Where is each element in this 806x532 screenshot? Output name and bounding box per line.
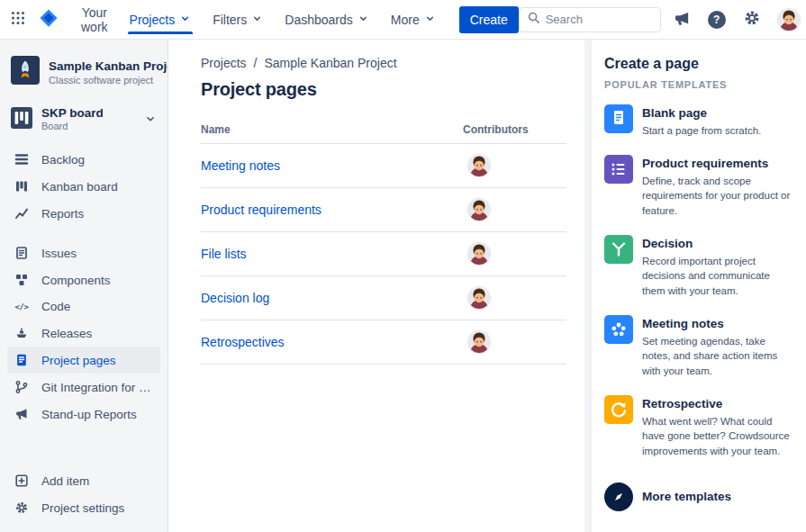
sidebar-item-git-integration[interactable]: Git Integration for Jira ... <box>7 374 160 401</box>
settings-button[interactable] <box>738 5 765 34</box>
meeting-notes-icon <box>604 315 633 344</box>
project-type: Classic software project <box>49 75 157 86</box>
page-link[interactable]: Retrospectives <box>201 335 285 349</box>
search-box[interactable] <box>519 7 661 32</box>
sidebar-item-reports[interactable]: Reports <box>7 200 160 227</box>
more-templates-button[interactable]: More templates <box>604 482 731 511</box>
breadcrumb-projects[interactable]: Projects <box>201 56 247 70</box>
contributor-avatar <box>468 287 490 309</box>
template-description: Set meeting agendas, take notes, and sha… <box>642 334 795 379</box>
page-link[interactable]: File lists <box>201 247 247 261</box>
nav-more-label: More <box>391 13 420 27</box>
scrollbar-gutter[interactable] <box>584 40 592 532</box>
template-meeting-notes[interactable]: Meeting notes Set meeting agendas, take … <box>604 315 795 379</box>
template-name: Retrospective <box>642 395 795 410</box>
app-switcher-icon <box>10 10 26 29</box>
sidebar-item-label: Add item <box>41 474 89 488</box>
contributors-cell <box>463 243 566 265</box>
sidebar-item-label: Releases <box>41 327 92 340</box>
compass-icon <box>604 482 633 511</box>
sidebar-item-label: Project pages <box>41 354 116 367</box>
page-link[interactable]: Meeting notes <box>201 158 280 173</box>
sidebar-group-footer: Add item Project settings <box>7 467 160 521</box>
ship-icon <box>14 326 29 340</box>
breadcrumb-project-name[interactable]: Sample Kanban Project <box>264 56 396 70</box>
panel-title: Create a page <box>604 56 795 72</box>
nav-dashboards[interactable]: Dashboards <box>274 5 380 34</box>
contributor-avatar <box>468 331 490 353</box>
jira-logo[interactable] <box>34 4 63 35</box>
gear-icon <box>14 500 29 515</box>
contributor-avatar <box>468 155 490 176</box>
sidebar-item-label: Components <box>41 274 111 287</box>
megaphone-icon <box>674 10 691 30</box>
nav-projects[interactable]: Projects <box>119 5 203 34</box>
board-meta: SKP board Board <box>41 106 135 131</box>
template-blank-page[interactable]: Blank page Start a page from scratch. <box>604 104 795 139</box>
main-content: Projects / Sample Kanban Project Project… <box>168 40 584 532</box>
pages-table: Name Contributors Meeting notes Product … <box>201 123 566 365</box>
decision-icon <box>604 235 633 264</box>
sidebar-item-project-settings[interactable]: Project settings <box>7 494 160 521</box>
nav-filters[interactable]: Filters <box>202 5 274 34</box>
kanban-icon <box>14 179 29 194</box>
project-meta: Sample Kanban Project Classic software p… <box>49 59 157 86</box>
profile-button[interactable] <box>774 5 804 35</box>
board-switcher[interactable]: SKP board Board <box>7 103 160 135</box>
breadcrumb: Projects / Sample Kanban Project <box>201 56 566 70</box>
contributors-cell <box>463 199 566 221</box>
create-page-panel: Create a page POPULAR TEMPLATES Blank pa… <box>592 40 806 532</box>
app-switcher-button[interactable] <box>5 5 31 33</box>
sidebar-item-backlog[interactable]: Backlog <box>7 146 160 173</box>
announcements-button[interactable] <box>669 5 695 34</box>
sidebar-item-label: Reports <box>41 207 84 221</box>
template-name: Decision <box>642 235 795 250</box>
sidebar-group-project: Issues Components </> Code Releases Proj… <box>7 239 160 428</box>
sidebar-item-standup-reports[interactable]: Stand-up Reports <box>7 401 160 428</box>
help-button[interactable]: ? <box>703 6 730 33</box>
template-name: Blank page <box>642 104 761 120</box>
chevron-down-icon <box>424 13 436 27</box>
jira-app: Your work Projects Filters Dashboards Mo… <box>0 0 806 532</box>
sidebar-item-releases[interactable]: Releases <box>7 320 160 347</box>
template-body: Meeting notes Set meeting agendas, take … <box>642 315 795 379</box>
board-type: Board <box>41 121 135 131</box>
sidebar-item-label: Issues <box>41 247 77 260</box>
contributor-avatar <box>468 243 490 265</box>
sidebar-item-kanban-board[interactable]: Kanban board <box>7 173 160 200</box>
create-button[interactable]: Create <box>459 6 519 33</box>
template-body: Retrospective What went well? What could… <box>642 395 795 459</box>
template-name: Meeting notes <box>642 315 795 330</box>
page-link[interactable]: Decision log <box>201 291 269 305</box>
template-retrospective[interactable]: Retrospective What went well? What could… <box>604 395 795 459</box>
sidebar-item-label: Kanban board <box>41 180 118 194</box>
sidebar-item-add-item[interactable]: Add item <box>7 467 160 494</box>
contributors-cell <box>463 287 566 309</box>
retrospective-icon <box>604 395 633 424</box>
template-body: Blank page Start a page from scratch. <box>642 104 761 139</box>
template-product-requirements[interactable]: Product requirements Define, track and s… <box>604 155 795 219</box>
template-description: Define, track and scope requirements for… <box>642 174 795 219</box>
sidebar-item-code[interactable]: </> Code <box>7 293 160 320</box>
sidebar-item-project-pages[interactable]: Project pages <box>7 347 160 374</box>
project-header: Sample Kanban Project Classic software p… <box>7 56 160 88</box>
page-link[interactable]: Product requirements <box>201 203 321 217</box>
sidebar-item-issues[interactable]: Issues <box>7 239 160 266</box>
nav-your-work[interactable]: Your work <box>70 5 119 34</box>
sidebar: Sample Kanban Project Classic software p… <box>0 40 168 532</box>
reports-icon <box>14 206 29 221</box>
column-header-name: Name <box>201 123 463 136</box>
chevron-down-icon <box>251 13 263 27</box>
code-icon: </> <box>14 302 29 311</box>
template-decision[interactable]: Decision Record important project decisi… <box>604 235 795 299</box>
nav-more[interactable]: More <box>380 5 447 34</box>
board-name: SKP board <box>41 106 135 120</box>
nav-dashboards-label: Dashboards <box>285 13 353 27</box>
table-header: Name Contributors <box>201 123 566 144</box>
topbar-left: Your work Projects Filters Dashboards Mo… <box>5 0 519 39</box>
product-requirements-icon <box>604 155 633 184</box>
sidebar-item-components[interactable]: Components <box>7 266 160 293</box>
template-name: Product requirements <box>642 155 795 170</box>
chevron-down-icon <box>179 13 191 27</box>
search-input[interactable] <box>546 13 653 26</box>
